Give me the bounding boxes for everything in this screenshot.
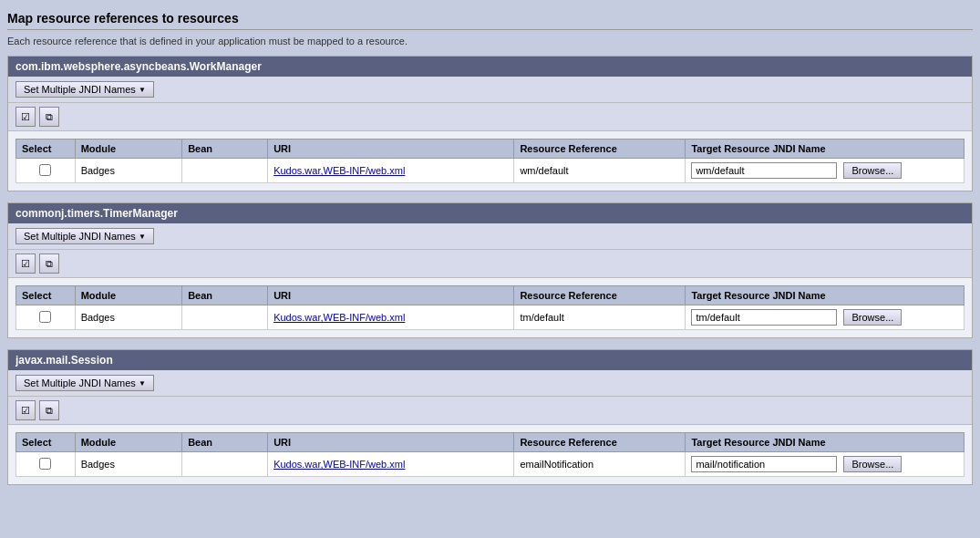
table-row: Badges Kudos.war,WEB-INF/web.xml wm/defa… (16, 159, 965, 183)
col-header-module-1: Module (75, 140, 182, 159)
row-uri-1: Kudos.war,WEB-INF/web.xml (268, 159, 514, 183)
col-header-resref-3: Resource Reference (514, 433, 686, 452)
table-row: Badges Kudos.war,WEB-INF/web.xml tm/defa… (16, 305, 965, 330)
section-work-manager: com.ibm.websphere.asyncbeans.WorkManager… (7, 56, 973, 191)
copy-icon-1[interactable]: ⧉ (39, 107, 59, 127)
copy-icon-2[interactable]: ⧉ (39, 253, 59, 274)
browse-button-2[interactable]: Browse... (843, 309, 902, 326)
row-uri-2: Kudos.war,WEB-INF/web.xml (268, 305, 514, 330)
col-header-bean-2: Bean (182, 286, 268, 305)
row-module-2: Badges (75, 305, 182, 330)
section-toolbar-2: Set Multiple JNDI Names (8, 223, 972, 250)
icon-bar-1: ☑ ⧉ (8, 103, 972, 131)
browse-button-3[interactable]: Browse... (843, 456, 902, 472)
row-checkbox-cell-1 (16, 159, 76, 183)
section-header-timer-manager: commonj.timers.TimerManager (8, 203, 972, 223)
row-checkbox-cell-2 (16, 305, 76, 330)
row-jndi-cell-3: Browse... (686, 452, 965, 477)
page-description: Each resource reference that is defined … (7, 36, 973, 47)
table-container-3: Select Module Bean URI Resource Referenc… (8, 425, 972, 484)
section-header-mail-session: javax.mail.Session (8, 350, 972, 370)
col-header-module-3: Module (75, 433, 182, 452)
col-header-uri-1: URI (268, 140, 514, 159)
col-header-module-2: Module (75, 286, 182, 305)
row-checkbox-3[interactable] (39, 458, 51, 470)
section-toolbar-1: Set Multiple JNDI Names (8, 77, 972, 103)
row-bean-1 (182, 159, 268, 183)
table-row: Badges Kudos.war,WEB-INF/web.xml emailNo… (16, 452, 965, 477)
row-checkbox-2[interactable] (39, 311, 51, 323)
row-module-1: Badges (75, 159, 182, 183)
col-header-select-2: Select (16, 286, 76, 305)
col-header-bean-3: Bean (182, 433, 268, 452)
select-all-icon-3[interactable]: ☑ (15, 400, 36, 420)
resource-table-3: Select Module Bean URI Resource Referenc… (15, 432, 965, 477)
jndi-input-2[interactable] (691, 309, 837, 326)
set-jndi-button-3[interactable]: Set Multiple JNDI Names (15, 375, 154, 391)
set-jndi-button-1[interactable]: Set Multiple JNDI Names (15, 81, 154, 98)
col-header-jndi-1: Target Resource JNDI Name (686, 140, 965, 159)
col-header-select-3: Select (16, 433, 76, 452)
row-uri-3: Kudos.war,WEB-INF/web.xml (268, 452, 514, 477)
col-header-resref-2: Resource Reference (514, 286, 686, 305)
section-header-work-manager: com.ibm.websphere.asyncbeans.WorkManager (8, 57, 972, 77)
col-header-resref-1: Resource Reference (514, 140, 686, 159)
col-header-select-1: Select (16, 140, 76, 159)
page-container: Map resource references to resources Eac… (0, 0, 980, 538)
set-jndi-button-2[interactable]: Set Multiple JNDI Names (15, 228, 154, 244)
table-container-2: Select Module Bean URI Resource Referenc… (8, 278, 972, 337)
browse-button-1[interactable]: Browse... (843, 162, 902, 179)
row-jndi-cell-2: Browse... (686, 305, 965, 330)
row-checkbox-cell-3 (16, 452, 76, 477)
row-uri-link-3[interactable]: Kudos.war,WEB-INF/web.xml (273, 459, 405, 470)
col-header-jndi-3: Target Resource JNDI Name (686, 433, 965, 452)
resource-table-2: Select Module Bean URI Resource Referenc… (15, 285, 965, 330)
table-container-1: Select Module Bean URI Resource Referenc… (8, 131, 972, 191)
row-bean-3 (182, 452, 268, 477)
col-header-uri-2: URI (268, 286, 514, 305)
copy-icon-3[interactable]: ⧉ (39, 400, 59, 420)
row-jndi-cell-1: Browse... (686, 159, 965, 183)
icon-bar-3: ☑ ⧉ (8, 397, 972, 425)
row-resref-3: emailNotification (514, 452, 686, 477)
row-bean-2 (182, 305, 268, 330)
col-header-bean-1: Bean (182, 140, 268, 159)
section-toolbar-3: Set Multiple JNDI Names (8, 370, 972, 397)
page-title: Map resource references to resources (7, 7, 973, 30)
jndi-input-1[interactable] (691, 162, 837, 179)
section-mail-session: javax.mail.Session Set Multiple JNDI Nam… (7, 349, 973, 485)
select-all-icon-2[interactable]: ☑ (15, 253, 36, 274)
select-all-icon-1[interactable]: ☑ (15, 107, 36, 127)
row-uri-link-2[interactable]: Kudos.war,WEB-INF/web.xml (273, 312, 405, 323)
row-module-3: Badges (75, 452, 182, 477)
icon-bar-2: ☑ ⧉ (8, 250, 972, 278)
resource-table-1: Select Module Bean URI Resource Referenc… (15, 139, 965, 183)
col-header-jndi-2: Target Resource JNDI Name (686, 286, 965, 305)
row-checkbox-1[interactable] (39, 164, 51, 176)
row-resref-2: tm/default (514, 305, 686, 330)
row-uri-link-1[interactable]: Kudos.war,WEB-INF/web.xml (273, 165, 405, 176)
section-timer-manager: commonj.timers.TimerManager Set Multiple… (7, 202, 973, 338)
jndi-input-3[interactable] (691, 456, 837, 472)
col-header-uri-3: URI (268, 433, 514, 452)
row-resref-1: wm/default (514, 159, 686, 183)
